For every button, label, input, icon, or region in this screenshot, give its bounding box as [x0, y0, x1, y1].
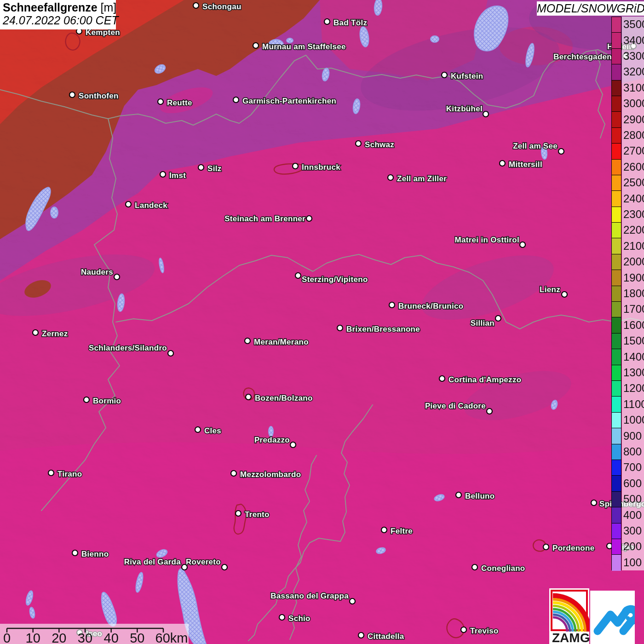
city-label: Mezzolombardo: [240, 470, 301, 479]
colorbar-value: 1200: [623, 383, 644, 394]
scalebar-label: 50: [130, 631, 144, 644]
city-label: Silz: [207, 164, 222, 173]
city-label: Kitzbühel: [446, 104, 483, 113]
colorbar-swatch: [612, 33, 621, 48]
colorbar-value: 800: [623, 446, 644, 457]
city-dot: [48, 470, 54, 476]
city-dot: [246, 394, 251, 400]
city-label: Zell am See: [513, 142, 558, 150]
city-label: Cortina d'Ampezzo: [448, 375, 521, 384]
snowgrid-logo: [590, 591, 635, 644]
colorbar-value: 100: [623, 557, 644, 568]
city-label: Reutte: [167, 98, 192, 107]
city-label: Rovereto: [186, 558, 221, 566]
city-dot: [306, 216, 312, 221]
city-dot: [193, 3, 199, 8]
colorbar-swatch: [612, 460, 621, 476]
city-dot: [500, 161, 505, 166]
colorbar-value: 300: [623, 525, 644, 536]
colorbar-value: 2900: [623, 114, 644, 125]
city-label: Schwaz: [365, 140, 394, 149]
city-label: Imst: [169, 171, 186, 180]
colorbar-value: 1500: [623, 335, 644, 346]
city-label: Nauders: [81, 268, 113, 276]
city-dot: [126, 201, 131, 207]
colorbar-swatch: [612, 207, 621, 223]
city-dot: [591, 500, 597, 506]
model-label: MODEL/SNOWGRiD: [537, 1, 644, 16]
colorbar-value: 3500: [623, 19, 644, 30]
colorbar-swatch: [612, 365, 621, 381]
colorbar-swatch: [612, 223, 621, 238]
colorbar-swatch: [612, 128, 621, 144]
colorbar-value: 1400: [623, 351, 644, 362]
city-dot: [245, 338, 250, 344]
city-label: Bozen/Bolzano: [255, 394, 313, 402]
city-dot: [472, 564, 477, 570]
scalebar-label: 10: [26, 631, 40, 644]
colorbar-swatch: [612, 160, 621, 175]
city-dot: [198, 165, 204, 170]
scalebar-label: 30: [78, 631, 92, 644]
scalebar-label: 20: [52, 631, 66, 644]
city-dot: [456, 492, 461, 498]
city-label: Matrei in Osttirol: [455, 236, 519, 244]
colorbar-value: 1600: [623, 320, 644, 331]
city-dot: [520, 242, 525, 247]
city-label: Cles: [204, 426, 221, 435]
city-dot: [487, 408, 492, 414]
colorbar-swatch: [612, 381, 621, 397]
city-label: Tirano: [58, 470, 82, 478]
colorbar-swatch: [612, 64, 621, 80]
city-dot: [324, 19, 330, 24]
scalebar-ruler: 0102030405060km: [0, 624, 189, 644]
colorbar-swatch: [612, 492, 621, 507]
city-label: Schongau: [202, 2, 242, 11]
city-label: Lienz: [540, 285, 560, 294]
colorbar-value: 2700: [623, 145, 644, 156]
title-box: Schneefallgrenze [m] 24.07.2022 06:00 CE…: [0, 0, 116, 29]
colorbar-value: 900: [623, 431, 644, 442]
city-dot: [483, 111, 489, 117]
city-dot: [84, 397, 89, 402]
colorbar-value: 500: [623, 494, 644, 505]
colorbar-swatch: [612, 428, 621, 444]
city-label: Murnau am Staffelsee: [262, 42, 346, 51]
city-label: Berchtesgaden: [553, 52, 612, 61]
weather-map-stage: SchongauBad TölzKemptenMurnau am Staffel…: [0, 0, 644, 644]
city-dot: [33, 330, 38, 335]
colorbar-swatch: [612, 17, 621, 33]
city-label: Mittersill: [509, 160, 542, 169]
colorbar-swatch: [612, 507, 621, 523]
lake: [51, 207, 58, 218]
colorbar-value: 1900: [623, 272, 644, 283]
colorbar-value: 3200: [623, 66, 644, 77]
map-title: Schneefallgrenze [m]: [3, 1, 116, 14]
lake: [431, 36, 439, 42]
snowfall-limit-map: SchongauBad TölzKemptenMurnau am Staffel…: [0, 0, 644, 644]
colorbar-value: 3100: [623, 82, 644, 93]
colorbar-value: 2400: [623, 193, 644, 204]
colorbar-swatch: [612, 175, 621, 191]
colorbar-swatch: [612, 254, 621, 270]
city-label: Predazzo: [254, 436, 290, 444]
city-label: Pordenone: [552, 544, 595, 552]
colorbar-swatch: [612, 413, 621, 428]
colorbar-value: 3400: [623, 35, 644, 46]
colorbar-value: 600: [623, 478, 644, 489]
city-dot: [388, 175, 393, 180]
city-label: Cittadella: [368, 632, 404, 641]
city-dot: [381, 527, 387, 533]
scalebar: 0102030405060km: [0, 624, 189, 644]
colorbar-value: 2200: [623, 224, 644, 236]
colorbar-value: 3300: [623, 51, 644, 62]
colorbar-swatch: [612, 112, 621, 127]
colorbar-value: 3000: [623, 98, 644, 109]
city-label: Sonthofen: [79, 92, 119, 100]
colorbar-swatch: [612, 349, 621, 365]
city-label: Bruneck/Brunico: [398, 302, 463, 310]
city-label: Feltre: [391, 527, 413, 535]
city-label: Steinach am Brenner: [224, 214, 305, 223]
colorbar-swatch: [612, 317, 621, 333]
city-label: Schlanders/Silandro: [89, 344, 167, 352]
